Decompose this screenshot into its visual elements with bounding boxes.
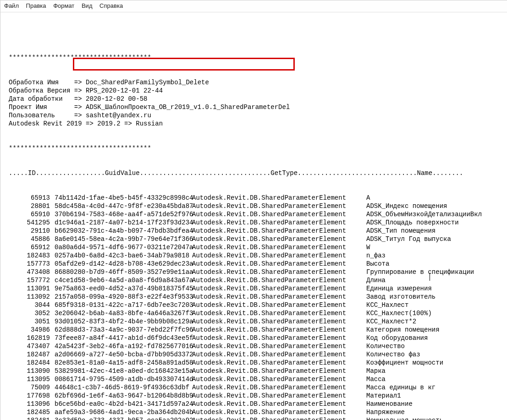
cell-type: Autodesk.Revit.DB.SharedParameterElement: [192, 359, 366, 367]
header-line: Дата обработки => 2020-12-02 00-58: [9, 95, 502, 103]
cell-name: Группирование в спецификации: [366, 268, 502, 276]
cell-id: 113095: [9, 375, 55, 383]
cell-guid: 44648c1-c3b7-46d5-8619-9f4936c63dbf: [55, 383, 192, 392]
table-row: 7500944648c1-c3b7-46d5-8619-9f4936c63dbf…: [9, 383, 502, 392]
cell-guid: 3e206042-b6ab-4a83-8bfe-4a646a3267f3: [55, 309, 192, 317]
table-row: 3498662d888d3-73a3-4a9c-9037-7ebd22f7fc9…: [9, 326, 502, 334]
menu-help[interactable]: Справка: [99, 2, 123, 9]
header-label: Обработка Версия: [9, 87, 70, 94]
cell-guid: b6629032-791c-4a4b-b097-47bdb3bdfea4: [55, 227, 192, 235]
cell-type: Autodesk.Revit.DB.SharedParameterElement: [192, 309, 366, 317]
cell-name: ADSK_Индекс помещения: [366, 202, 502, 210]
header-value: 2019.2 => Russian: [97, 120, 163, 127]
cell-id: 3051: [9, 317, 55, 326]
table-row: 182485aafe59a3-9686-4ad1-9eca-2ba364db20…: [9, 408, 502, 416]
cell-guid: 58dc458a-4c0d-447c-9f8f-e230a45bda87: [55, 202, 192, 210]
table-row: 29110b6629032-791c-4a4b-b097-47bdb3bdfea…: [9, 227, 502, 235]
cell-type: Autodesk.Revit.DB.SharedParameterElement: [192, 317, 366, 326]
menu-edit[interactable]: Правка: [26, 2, 46, 9]
cell-name: Завод изготовитель: [366, 293, 502, 301]
cell-guid: aafe59a3-9686-4ad1-9eca-2ba364db204b: [55, 408, 192, 416]
cell-id: 65910: [9, 210, 55, 218]
table-row: 11309500861714-9795-4509-a1db-db49330741…: [9, 375, 502, 383]
cell-guid: 3c33d59e-e733-4337-b057-eca5aa202a92: [55, 416, 192, 420]
table-row: 3044685f9318-0131-422c-a717-6db7ee3c7203…: [9, 301, 502, 309]
cell-guid: 53829981-42ec-41e8-a0ed-dc168423e15a: [55, 367, 192, 375]
table-row: 541295d1c946a1-2187-4a07-b214-17f23f93d2…: [9, 218, 502, 227]
cell-type: Autodesk.Revit.DB.SharedParameterElement: [192, 251, 366, 260]
cell-type: Autodesk.Revit.DB.SharedParameterElement: [192, 202, 366, 210]
menu-view[interactable]: Вид: [82, 2, 93, 9]
table-row: 2880158dc458a-4c0d-447c-9f8f-e230a45bda8…: [9, 202, 502, 210]
cell-type: Autodesk.Revit.DB.SharedParameterElement: [192, 260, 366, 268]
cell-id: 65912: [9, 243, 55, 251]
cell-type: Autodesk.Revit.DB.SharedParameterElement: [192, 210, 366, 218]
cell-guid: 73feee87-a84f-4417-ab1d-d6f9dc43ee5f: [55, 334, 192, 342]
cell-guid: 8a6e0145-58ea-4c2a-99b7-79e64e71f366: [55, 235, 192, 243]
table-row: 47340886880280-b7d9-46ff-8509-3527e99e11…: [9, 268, 502, 276]
cell-guid: 685f9318-0131-422c-a717-6db7ee3c7203: [55, 301, 192, 309]
cell-type: Autodesk.Revit.DB.SharedParameterElement: [192, 334, 366, 342]
cell-name: Материал1: [366, 392, 502, 400]
cell-guid: 42a5423f-3eb2-46fa-a192-fd7825677016: [55, 342, 192, 350]
cell-id: 113092: [9, 293, 55, 301]
cell-guid: 82e853e1-81a0-4a15-adf8-2458a891ad58: [55, 359, 192, 367]
table-row: 1824813c33d59e-e733-4337-b057-eca5aa202a…: [9, 416, 502, 420]
table-row: 65910370b6194-7583-468e-aa4f-a571de52f97…: [9, 210, 502, 218]
table-row: 18248482e853e1-81a0-4a15-adf8-2458a891ad…: [9, 359, 502, 367]
cell-type: Autodesk.Revit.DB.SharedParameterElement: [192, 276, 366, 284]
cell-type: Autodesk.Revit.DB.SharedParameterElement: [192, 375, 366, 383]
cell-name: Длина: [366, 276, 502, 284]
cell-type: Autodesk.Revit.DB.SharedParameterElement: [192, 416, 366, 420]
cell-id: 113096: [9, 400, 55, 408]
text-cursor: [430, 273, 430, 281]
cell-type: Autodesk.Revit.DB.SharedParameterElement: [192, 227, 366, 235]
header-line: Проект Имя => ADSK_ШаблонПроекта_ОВ_r201…: [9, 103, 502, 111]
cell-type: Autodesk.Revit.DB.SharedParameterElement: [192, 392, 366, 400]
cell-name: КСС_Нахлест(100%): [366, 309, 502, 317]
header-value: sashtet@yandex.ru: [86, 112, 151, 119]
header-line: Пользователь => sashtet@yandex.ru: [9, 111, 502, 120]
cell-guid: 62d888d3-73a3-4a9c-9037-7ebd22f7fc96: [55, 326, 192, 334]
menubar: Файл Правка Формат Вид Справка: [0, 0, 507, 12]
header-arrow: =>: [70, 79, 86, 86]
cell-type: Autodesk.Revit.DB.SharedParameterElement: [192, 218, 366, 227]
cell-guid: a2d06669-a727-4e50-bcba-d7bb905d3372: [55, 350, 192, 359]
cell-id: 473407: [9, 342, 55, 350]
cell-type: Autodesk.Revit.DB.SharedParameterElement: [192, 342, 366, 350]
cell-id: 45886: [9, 235, 55, 243]
cell-guid: 9e75a863-eed0-4d52-a37d-49b818375f45: [55, 284, 192, 293]
cell-guid: 0a80a6d4-9571-4df6-9677-03211e72047a: [55, 243, 192, 251]
cell-id: 3052: [9, 309, 55, 317]
header-line: Обработка Имя => Doc_SharedParFamilySymb…: [9, 78, 502, 87]
cell-id: 34986: [9, 326, 55, 334]
cell-type: Autodesk.Revit.DB.SharedParameterElement: [192, 326, 366, 334]
cell-guid: 74b1142d-1fae-4be5-b45f-43329c8998c4: [55, 194, 192, 202]
table-row: 16281973feee87-a84f-4417-ab1d-d6f9dc43ee…: [9, 334, 502, 342]
cell-id: 28801: [9, 202, 55, 210]
cell-guid: 86880280-b7d9-46ff-8509-3527e99e11aa: [55, 268, 192, 276]
cell-type: Autodesk.Revit.DB.SharedParameterElement: [192, 350, 366, 359]
table-row: 182487a2d06669-a727-4e50-bcba-d7bb905d33…: [9, 350, 502, 359]
cell-name: Масса единицы в кг: [366, 383, 502, 392]
cell-type: Autodesk.Revit.DB.SharedParameterElement: [192, 284, 366, 293]
header-value: RPS_2020-12-01 22-44: [86, 87, 163, 94]
menu-format[interactable]: Формат: [53, 2, 74, 9]
cell-name: Категория помещения: [366, 326, 502, 334]
cell-guid: 62bf696d-1e6f-4a63-9647-b12064b8d8b9: [55, 392, 192, 400]
table-row: 6591374b1142d-1fae-4be5-b45f-43329c8998c…: [9, 194, 502, 202]
cell-id: 177698: [9, 392, 55, 400]
header-arrow: =>: [70, 112, 86, 119]
table-row: 458868a6e0145-58ea-4c2a-99b7-79e64e71f36…: [9, 235, 502, 243]
cell-guid: 05afd2e9-d142-4d28-b708-43e629dec23a: [55, 260, 192, 268]
cell-id: 473408: [9, 268, 55, 276]
header-arrow: =>: [70, 95, 86, 103]
cell-id: 29110: [9, 227, 55, 235]
text-content[interactable]: ************************************* Об…: [0, 12, 507, 420]
cell-name: Коэффициент мощности: [366, 359, 502, 367]
cell-name: Единица измерения: [366, 284, 502, 293]
menu-file[interactable]: Файл: [4, 2, 19, 9]
cell-guid: d1c946a1-2187-4a07-b214-17f23f93d234: [55, 218, 192, 227]
separator-stars-bottom: *************************************: [9, 144, 502, 153]
cell-name: Номинальная мощность: [366, 416, 502, 420]
